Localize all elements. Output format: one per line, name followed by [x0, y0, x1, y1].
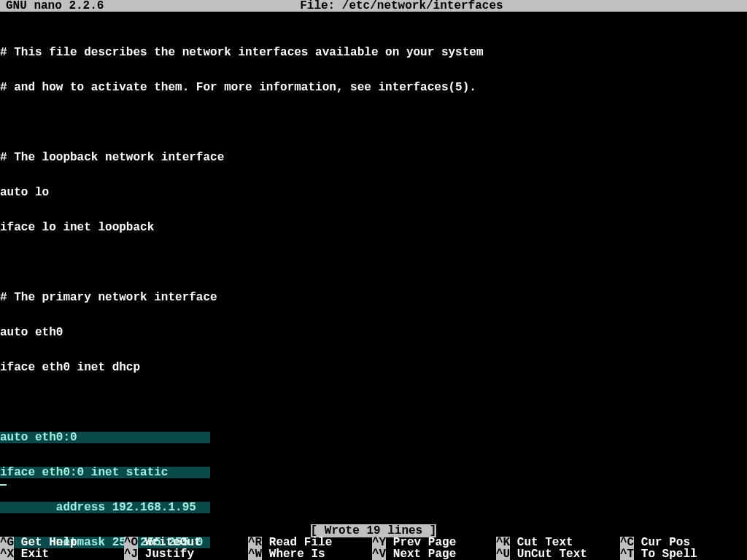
shortcut-cur-pos[interactable]: ^C Cur Pos — [620, 537, 744, 548]
shortcut-row: ^G Get Help ^O WriteOut ^R Read File ^Y … — [0, 537, 747, 548]
file-line-hl: iface eth0:0 inet static — [0, 467, 747, 478]
file-line-hl: auto eth0:0 — [0, 432, 747, 443]
shortcut-row: ^X Exit ^J Justify ^W Where Is ^V Next P… — [0, 548, 747, 560]
file-line: auto eth0 — [0, 327, 747, 338]
shortcut-justify[interactable]: ^J Justify — [124, 548, 248, 560]
titlebar: GNU nano 2.2.6 File: /etc/network/interf… — [0, 0, 747, 12]
status-bar: [ Wrote 19 lines ] — [0, 525, 747, 537]
shortcut-cut-text[interactable]: ^K Cut Text — [496, 537, 620, 548]
file-line: # and how to activate them. For more inf… — [0, 82, 747, 93]
file-line: iface lo inet loopback — [0, 222, 747, 233]
file-line: # The primary network interface — [0, 292, 747, 303]
file-line: iface eth0 inet dhcp — [0, 362, 747, 373]
file-name: File: /etc/network/interfaces — [28, 0, 747, 12]
file-line-hl: address 192.168.1.95 — [0, 502, 747, 513]
file-line: # This file describes the network interf… — [0, 47, 747, 58]
cursor-icon — [0, 484, 7, 486]
terminal-screen: GNU nano 2.2.6 File: /etc/network/interf… — [0, 0, 747, 560]
shortcut-uncut-text[interactable]: ^U UnCut Text — [496, 548, 620, 560]
shortcut-prev-page[interactable]: ^Y Prev Page — [372, 537, 496, 548]
file-line — [0, 257, 747, 268]
file-line: # The loopback network interface — [0, 152, 747, 163]
shortcut-bar: ^G Get Help ^O WriteOut ^R Read File ^Y … — [0, 537, 747, 560]
shortcut-exit[interactable]: ^X Exit — [0, 548, 124, 560]
file-line: auto lo — [0, 187, 747, 198]
file-line — [0, 397, 747, 408]
shortcut-read-file[interactable]: ^R Read File — [248, 537, 372, 548]
shortcut-where-is[interactable]: ^W Where Is — [248, 548, 372, 560]
editor-content[interactable]: # This file describes the network interf… — [0, 12, 747, 560]
shortcut-next-page[interactable]: ^V Next Page — [372, 548, 496, 560]
shortcut-writeout[interactable]: ^O WriteOut — [124, 537, 248, 548]
file-line — [0, 117, 747, 128]
shortcut-get-help[interactable]: ^G Get Help — [0, 537, 124, 548]
shortcut-to-spell[interactable]: ^T To Spell — [620, 548, 744, 560]
